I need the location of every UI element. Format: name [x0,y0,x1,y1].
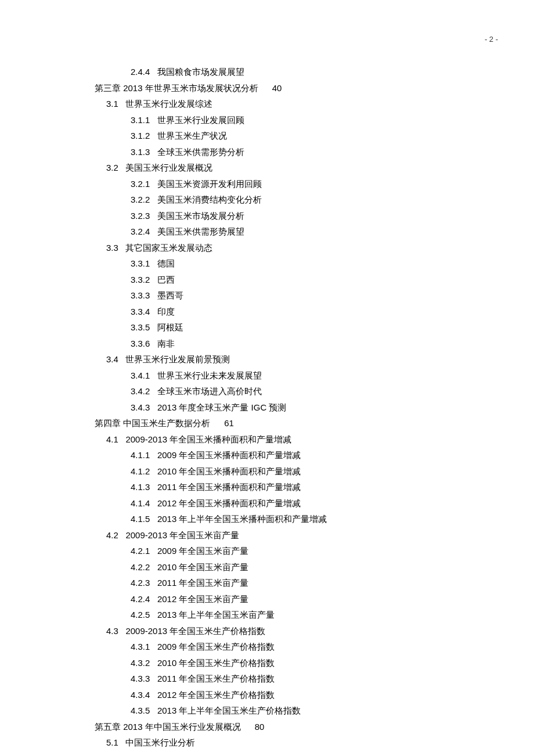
toc-title: 2009 年全国玉米播种面积和产量增减 [157,450,301,460]
toc-number: 3.4.2 [131,383,150,399]
toc-title: 美国玉米消费结构变化分析 [157,195,262,204]
toc-title: 2010 年全国玉米亩产量 [157,562,249,572]
toc-title: 2009-2013 年全国玉米播种面积和产量增减 [125,434,291,444]
toc-line: 4.2.4 2012 年全国玉米亩产量 [95,591,464,607]
toc-number: 4.1.1 [131,447,150,463]
toc-line: 3.1.3 全球玉米供需形势分析 [95,144,464,160]
toc-title: 阿根廷 [157,322,183,332]
toc-title: 2011 年全国玉米播种面积和产量增减 [157,482,301,492]
document-page: - 2 - 2.4.4 我国粮食市场发展展望第三章 2013 年世界玉米市场发展… [0,0,534,756]
toc-number: 4.3.5 [131,703,150,719]
toc-line: 4.1 2009-2013 年全国玉米播种面积和产量增减 [95,431,464,448]
toc-line: 3.2.2 美国玉米消费结构变化分析 [95,192,464,208]
toc-line: 4.2.3 2011 年全国玉米亩产量 [95,575,464,591]
toc-line: 3.1.1 世界玉米行业发展回顾 [95,112,464,128]
toc-number: 3.3.2 [131,272,150,288]
toc-number: 4.1 [106,431,118,448]
toc-number: 3.4.3 [131,399,150,416]
toc-title: 2013 年上半年全国玉米生产价格指数 [157,705,301,715]
toc-title: 我国粮食市场发展展望 [157,67,244,77]
toc-title: 2010 年全国玉米生产价格指数 [157,658,275,668]
toc-title: 巴西 [157,275,175,285]
toc-line: 4.1.3 2011 年全国玉米播种面积和产量增减 [95,479,464,495]
toc-number: 5.1 [106,735,118,751]
toc-line: 4.3.1 2009 年全国玉米生产价格指数 [95,639,464,655]
toc-number: 3.3.4 [131,304,150,320]
toc-title: 2009-2013 年全国玉米亩产量 [125,530,239,540]
toc-number: 3.1.3 [131,144,150,160]
toc-title: 2012 年全国玉米生产价格指数 [157,690,275,700]
toc-title: 世界玉米行业发展回顾 [157,115,244,125]
toc-line: 4.2.5 2013 年上半年全国玉米亩产量 [95,607,464,623]
toc-number: 2.4.4 [131,64,150,80]
toc-title: 2013 年上半年全国玉米播种面积和产量增减 [157,514,327,524]
toc-title: 中国玉米生产数据分析 [123,418,210,428]
toc-title: 2011 年全国玉米生产价格指数 [157,674,275,683]
toc-title: 2013 年度全球玉米产量 IGC 预测 [157,402,287,412]
toc-title: 德国 [157,258,175,268]
toc-number: 3.1 [106,96,118,112]
toc-line: 4.3.2 2010 年全国玉米生产价格指数 [95,655,464,671]
toc-line: 3.2 美国玉米行业发展概况 [95,160,464,176]
toc-number: 3.2.2 [131,192,150,208]
toc-number: 3.1.1 [131,112,150,128]
page-number: - 2 - [485,35,498,44]
toc-number: 4.3.3 [131,671,150,687]
toc-title: 全球玉米供需形势分析 [157,147,244,157]
toc-line: 3.3.4 印度 [95,304,464,320]
toc-title: 世界玉米行业发展综述 [125,99,212,109]
toc-line: 4.2.2 2010 年全国玉米亩产量 [95,559,464,575]
toc-title: 世界玉米行业发展前景预测 [125,354,230,364]
toc-number: 3.2 [106,160,118,176]
toc-title: 美国玉米资源开发利用回顾 [157,179,262,189]
toc-line: 第四章 中国玉米生产数据分析61 [95,415,464,431]
toc-title: 2013 年世界玉米市场发展状况分析 [123,83,258,93]
toc-title: 全球玉米市场进入高价时代 [157,386,262,396]
toc-line: 2.4.4 我国粮食市场发展展望 [95,64,464,80]
toc-title: 墨西哥 [157,290,183,300]
toc-line: 3.2.3 美国玉米市场发展分析 [95,208,464,224]
toc-number: 4.2.4 [131,591,150,607]
toc-number: 4.1.2 [131,463,150,480]
toc-line: 第五章 2013 年中国玉米行业发展概况80 [95,719,464,735]
toc-line: 3.4 世界玉米行业发展前景预测 [95,351,464,368]
toc-number: 4.2.3 [131,575,150,591]
toc-number: 4.1.3 [131,479,150,495]
toc-number: 3.3 [106,240,118,256]
toc-number: 3.1.2 [131,128,150,144]
toc-line: 4.1.5 2013 年上半年全国玉米播种面积和产量增减 [95,511,464,527]
toc-line: 4.1.1 2009 年全国玉米播种面积和产量增减 [95,447,464,463]
toc-title: 中国玉米行业分析 [125,737,195,747]
toc-number: 3.3.5 [131,319,150,336]
toc-title: 世界玉米行业未来发展展望 [157,370,262,380]
toc-page-number: 61 [224,415,234,431]
toc-title: 美国玉米市场发展分析 [157,211,244,221]
toc-line: 第三章 2013 年世界玉米市场发展状况分析40 [95,80,464,96]
toc-number: 4.2.1 [131,543,150,559]
toc-title: 2009 年全国玉米生产价格指数 [157,642,275,651]
toc-title: 2010 年全国玉米播种面积和产量增减 [157,466,301,476]
toc-title: 美国玉米供需形势展望 [157,226,244,236]
toc-number: 3.2.3 [131,208,150,224]
toc-title: 2009 年全国玉米亩产量 [157,546,249,556]
toc-line: 3.2.4 美国玉米供需形势展望 [95,224,464,240]
toc-number: 第四章 [95,415,121,431]
toc-line: 3.3.3 墨西哥 [95,287,464,304]
toc-number: 4.2 [106,527,118,543]
toc-line: 3.3.2 巴西 [95,272,464,288]
toc-number: 4.3.2 [131,655,150,671]
toc-title: 世界玉米生产状况 [157,131,227,141]
toc-line: 4.3.4 2012 年全国玉米生产价格指数 [95,687,464,703]
toc-number: 4.2.5 [131,607,150,623]
toc-title: 2012 年全国玉米播种面积和产量增减 [157,498,301,508]
toc-number: 4.3.4 [131,687,150,703]
toc-line: 4.3 2009-2013 年全国玉米生产价格指数 [95,623,464,639]
toc-number: 4.2.2 [131,559,150,575]
toc-line: 3.3.1 德国 [95,255,464,272]
toc-line: 4.2 2009-2013 年全国玉米亩产量 [95,527,464,543]
toc-line: 3.2.1 美国玉米资源开发利用回顾 [95,176,464,192]
toc-number: 4.3 [106,623,118,639]
toc-title: 2013 年中国玉米行业发展概况 [123,722,241,732]
toc-title: 南非 [157,339,175,348]
toc-title: 其它国家玉米发展动态 [125,243,212,253]
